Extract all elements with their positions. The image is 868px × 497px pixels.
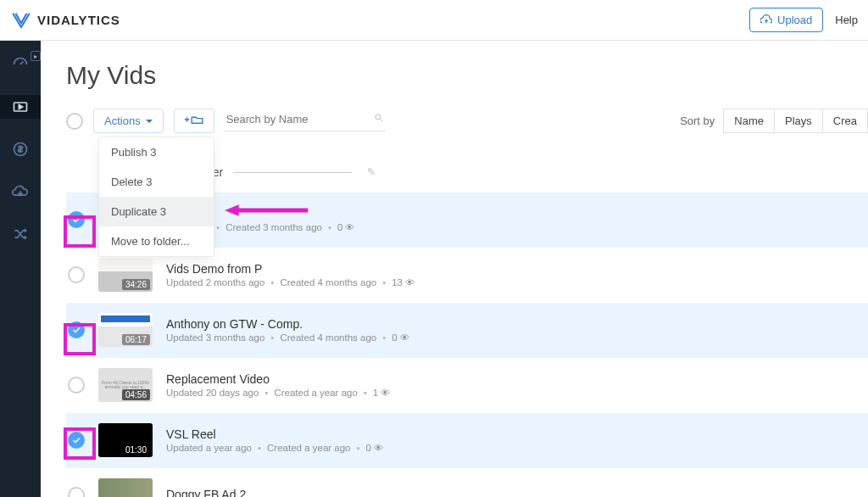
- video-views: 1: [373, 388, 378, 398]
- search-field[interactable]: [225, 111, 386, 131]
- video-title: VSL Reel: [166, 427, 383, 441]
- video-created: Created 4 months ago: [280, 277, 376, 288]
- video-duration: 34:26: [122, 279, 150, 290]
- video-thumbnail[interactable]: 34:26: [98, 258, 153, 292]
- annotation-arrow-icon: [225, 202, 309, 219]
- video-row[interactable]: 01:30 VSL Reel Updated a year ago Create…: [66, 413, 868, 468]
- video-title: Vids Demo from P: [166, 262, 415, 276]
- video-created: Created 3 months ago: [225, 222, 322, 232]
- eye-icon: 👁: [405, 277, 415, 288]
- sort-created-button[interactable]: Crea: [823, 109, 868, 133]
- video-updated: Updated 3 months ago: [166, 332, 264, 343]
- eye-icon: 👁: [374, 443, 383, 453]
- svg-marker-4: [225, 204, 239, 215]
- page-title: My Vids: [66, 61, 868, 90]
- video-thumbnail[interactable]: [98, 478, 153, 497]
- video-checkbox[interactable]: [68, 211, 85, 228]
- actions-dropdown-menu: Publish 3 Delete 3 Duplicate 3 Move to f…: [98, 137, 214, 257]
- video-updated: Updated 2 months ago: [166, 277, 264, 288]
- upload-label: Upload: [777, 14, 812, 26]
- video-checkbox[interactable]: [68, 487, 85, 497]
- upload-icon: [760, 14, 772, 26]
- upload-button[interactable]: Upload: [749, 8, 823, 32]
- brand-name: VIDALYTICS: [37, 13, 120, 27]
- eye-icon: 👁: [400, 332, 409, 343]
- video-updated: Updated 20 days ago: [166, 388, 259, 398]
- video-views: 0: [366, 443, 371, 453]
- video-created: Created a year ago: [274, 388, 357, 398]
- video-checkbox[interactable]: [68, 432, 85, 449]
- select-all-checkbox[interactable]: [66, 113, 83, 130]
- nav-cloud-icon[interactable]: [0, 180, 41, 204]
- nav-videos-icon[interactable]: [0, 95, 41, 119]
- menu-duplicate[interactable]: Duplicate 3: [99, 197, 214, 226]
- caret-down-icon: [146, 120, 153, 123]
- help-link[interactable]: Help: [835, 14, 858, 26]
- brand-logo[interactable]: VIDALYTICS: [10, 9, 120, 31]
- video-created: Created 4 months ago: [280, 332, 376, 343]
- pencil-icon[interactable]: ✎: [367, 166, 376, 178]
- video-thumbnail[interactable]: 01:30: [98, 423, 153, 457]
- check-icon: [71, 435, 81, 445]
- video-title: Doggy FB Ad 2: [166, 488, 246, 497]
- video-checkbox[interactable]: [68, 321, 85, 338]
- toolbar: Actions Sort by Name Plays Crea: [66, 109, 868, 133]
- sort-bar: Sort by Name Plays Crea: [680, 109, 868, 133]
- video-title: Replacement Video: [166, 372, 390, 386]
- video-row[interactable]: From 46 Clients to 1000s annually you ne…: [66, 358, 868, 413]
- eye-icon: 👁: [381, 388, 390, 398]
- sort-plays-button[interactable]: Plays: [775, 109, 823, 133]
- sort-name-button[interactable]: Name: [723, 109, 775, 133]
- video-duration: 01:30: [122, 444, 150, 455]
- top-bar: VIDALYTICS Upload Help: [0, 0, 868, 41]
- video-created: Created a year ago: [267, 443, 350, 453]
- video-checkbox[interactable]: [68, 377, 85, 394]
- check-icon: [71, 215, 81, 225]
- search-input[interactable]: [225, 111, 386, 127]
- video-row[interactable]: 06:17 Anthony on GTW - Comp. Updated 3 m…: [66, 303, 868, 358]
- menu-publish[interactable]: Publish 3: [99, 137, 214, 167]
- eye-icon: 👁: [345, 222, 354, 232]
- video-duration: 06:17: [122, 334, 150, 345]
- video-title: Anthony on GTW - Comp.: [166, 317, 409, 331]
- menu-delete[interactable]: Delete 3: [99, 167, 214, 197]
- video-thumbnail[interactable]: 06:17: [98, 313, 153, 347]
- video-row[interactable]: Doggy FB Ad 2: [66, 468, 868, 497]
- folder-underline: [233, 171, 352, 173]
- main-content: My Vids Actions Sort by: [41, 41, 868, 497]
- sort-label: Sort by: [680, 114, 715, 127]
- actions-dropdown-button[interactable]: Actions: [93, 109, 164, 133]
- video-duration: 04:56: [122, 389, 150, 400]
- nav-flyout-toggle[interactable]: ▸: [31, 51, 41, 61]
- video-views: 13: [392, 277, 403, 288]
- video-views: 0: [392, 332, 397, 343]
- menu-move-to-folder[interactable]: Move to folder...: [99, 226, 214, 256]
- svg-point-2: [376, 114, 381, 120]
- video-checkbox[interactable]: [68, 266, 85, 283]
- new-folder-button[interactable]: [174, 109, 214, 133]
- check-icon: [71, 325, 81, 335]
- brand-logo-icon: [10, 9, 32, 31]
- nav-shuffle-icon[interactable]: [0, 222, 41, 246]
- video-thumbnail[interactable]: From 46 Clients to 1000s annually you ne…: [98, 368, 153, 402]
- search-icon: [374, 113, 384, 126]
- new-folder-icon: [183, 114, 205, 126]
- left-nav: [0, 41, 41, 497]
- nav-monetize-icon[interactable]: [0, 137, 41, 161]
- video-updated: Updated a year ago: [166, 443, 252, 453]
- video-views: 0: [337, 222, 342, 232]
